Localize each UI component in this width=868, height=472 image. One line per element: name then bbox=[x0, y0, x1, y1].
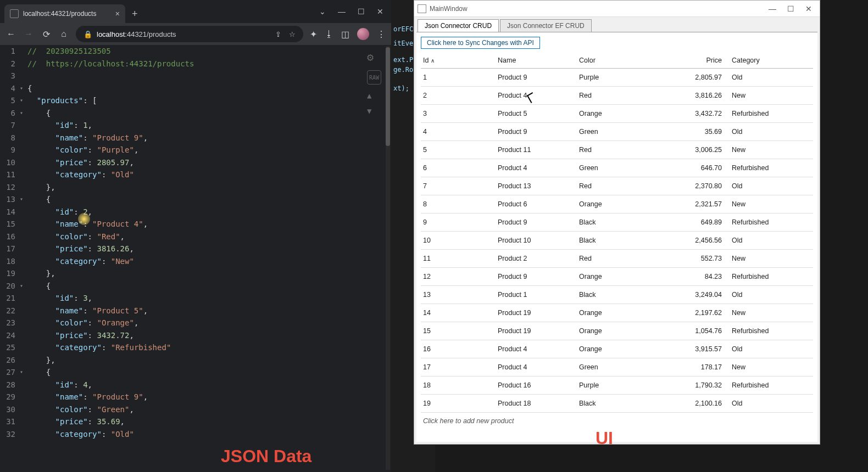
code-line[interactable]: 8 "name": "Product 9", bbox=[0, 132, 391, 144]
cell-name[interactable]: Product 19 bbox=[498, 309, 579, 317]
table-row[interactable]: 5Product 11Red3,006.25New bbox=[421, 141, 813, 159]
grid-header[interactable]: Id∧ Name Color Price Category bbox=[421, 52, 813, 69]
cell-price[interactable]: 1,054.76 bbox=[658, 327, 732, 335]
fold-icon[interactable] bbox=[20, 218, 27, 231]
reload-icon[interactable]: ⟳ bbox=[41, 29, 52, 40]
home-icon[interactable]: ⌂ bbox=[58, 29, 69, 39]
cell-price[interactable]: 2,370.80 bbox=[658, 182, 732, 190]
app-tab[interactable]: Json Connector EF CRUD bbox=[500, 19, 592, 32]
json-viewer[interactable]: ⚙ RAW ▲ ▼ 1// 202309251235052// https://… bbox=[0, 45, 391, 472]
cell-id[interactable]: 5 bbox=[421, 146, 498, 154]
cell-color[interactable]: Red bbox=[579, 146, 658, 154]
cell-price[interactable]: 552.73 bbox=[658, 255, 732, 262]
cell-color[interactable]: Orange bbox=[579, 200, 658, 208]
cell-name[interactable]: Product 16 bbox=[498, 381, 579, 389]
fold-icon[interactable]: ▾ bbox=[20, 193, 27, 206]
cell-price[interactable]: 2,100.16 bbox=[658, 400, 732, 407]
sync-button[interactable]: Click here to Sync Changes with API bbox=[421, 37, 540, 49]
cell-price[interactable]: 178.17 bbox=[658, 363, 732, 371]
table-row[interactable]: 19Product 18Black2,100.16Old bbox=[421, 395, 813, 413]
code-line[interactable]: 28 "id": 4, bbox=[0, 379, 391, 391]
cell-price[interactable]: 3,006.25 bbox=[658, 146, 732, 154]
cell-id[interactable]: 6 bbox=[421, 164, 498, 172]
fold-icon[interactable] bbox=[20, 329, 27, 342]
add-new-row[interactable]: Click here to add new product bbox=[421, 413, 813, 429]
fold-icon[interactable]: ▾ bbox=[20, 280, 27, 293]
cell-color[interactable]: Orange bbox=[579, 273, 658, 280]
fold-icon[interactable] bbox=[20, 267, 27, 280]
code-line[interactable]: 11 "category": "Old" bbox=[0, 168, 391, 181]
cell-color[interactable]: Black bbox=[579, 291, 658, 299]
cell-price[interactable]: 3,249.04 bbox=[658, 291, 732, 299]
code-line[interactable]: 15 "name": "Product 4", bbox=[0, 218, 391, 231]
code-line[interactable]: 31 "price": 35.69, bbox=[0, 415, 391, 428]
cell-id[interactable]: 1 bbox=[421, 74, 498, 81]
fold-icon[interactable] bbox=[20, 428, 27, 441]
fold-icon[interactable]: ▾ bbox=[20, 94, 27, 107]
cell-category[interactable]: Old bbox=[732, 400, 813, 407]
code-line[interactable]: 3 bbox=[0, 70, 391, 82]
code-line[interactable]: 18 "category": "New" bbox=[0, 255, 391, 268]
code-line[interactable]: 1// 20230925123505 bbox=[0, 45, 391, 58]
fold-icon[interactable] bbox=[20, 379, 27, 391]
cell-category[interactable]: Old bbox=[732, 182, 813, 190]
close-icon[interactable]: ✕ bbox=[805, 4, 812, 13]
cell-price[interactable]: 35.69 bbox=[658, 128, 732, 136]
cell-name[interactable]: Product 1 bbox=[498, 291, 579, 299]
cell-name[interactable]: Product 9 bbox=[498, 218, 579, 226]
fold-icon[interactable] bbox=[20, 168, 27, 181]
fold-icon[interactable] bbox=[20, 292, 27, 305]
code-line[interactable]: 24 "price": 3432.72, bbox=[0, 329, 391, 342]
scrollbar-thumb[interactable] bbox=[386, 47, 390, 146]
cell-category[interactable]: New bbox=[732, 363, 813, 371]
cell-color[interactable]: Green bbox=[579, 363, 658, 371]
code-line[interactable]: 30 "color": "Green", bbox=[0, 403, 391, 416]
cell-category[interactable]: Refurbished bbox=[732, 218, 813, 226]
close-icon[interactable]: ✕ bbox=[377, 7, 383, 16]
cell-category[interactable]: New bbox=[732, 309, 813, 317]
table-row[interactable]: 12Product 9Orange84.23Refurbished bbox=[421, 268, 813, 286]
cell-name[interactable]: Product 11 bbox=[498, 146, 579, 154]
fold-icon[interactable]: ▾ bbox=[20, 82, 27, 95]
cell-price[interactable]: 3,816.26 bbox=[658, 92, 732, 99]
cell-name[interactable]: Product 9 bbox=[498, 273, 579, 280]
cell-name[interactable]: Product 4 bbox=[498, 345, 579, 353]
menu-icon[interactable]: ⋮ bbox=[377, 29, 386, 40]
cell-name[interactable]: Product 10 bbox=[498, 237, 579, 244]
table-row[interactable]: 18Product 16Purple1,790.32Refurbished bbox=[421, 377, 813, 395]
cell-price[interactable]: 2,805.97 bbox=[658, 74, 732, 81]
cell-id[interactable]: 10 bbox=[421, 237, 498, 244]
maximize-icon[interactable]: ☐ bbox=[787, 4, 794, 13]
cell-category[interactable]: New bbox=[732, 200, 813, 208]
cell-color[interactable]: Purple bbox=[579, 381, 658, 389]
cell-price[interactable]: 646.70 bbox=[658, 164, 732, 172]
cell-name[interactable]: Product 13 bbox=[498, 182, 579, 190]
cell-color[interactable]: Red bbox=[579, 255, 658, 262]
cell-color[interactable]: Black bbox=[579, 218, 658, 226]
forward-icon[interactable]: → bbox=[23, 29, 34, 39]
col-header-category[interactable]: Category bbox=[732, 57, 813, 64]
fold-icon[interactable] bbox=[20, 58, 27, 70]
fold-icon[interactable] bbox=[20, 403, 27, 416]
code-line[interactable]: 7 "id": 1, bbox=[0, 119, 391, 132]
sidepanel-icon[interactable]: ◫ bbox=[341, 29, 349, 40]
cell-category[interactable]: New bbox=[732, 92, 813, 99]
code-line[interactable]: 9 "color": "Purple", bbox=[0, 144, 391, 156]
code-line[interactable]: 21 "id": 3, bbox=[0, 292, 391, 305]
cell-color[interactable]: Orange bbox=[579, 110, 658, 117]
back-icon[interactable]: ← bbox=[5, 29, 16, 39]
code-line[interactable]: 22 "name": "Product 5", bbox=[0, 305, 391, 317]
cell-color[interactable]: Orange bbox=[579, 327, 658, 335]
cell-category[interactable]: Refurbished bbox=[732, 273, 813, 280]
code-line[interactable]: 26 }, bbox=[0, 354, 391, 367]
cell-category[interactable]: Refurbished bbox=[732, 327, 813, 335]
code-line[interactable]: 14 "id": 2, bbox=[0, 206, 391, 218]
code-line[interactable]: 13▾ { bbox=[0, 193, 391, 206]
cell-category[interactable]: Refurbished bbox=[732, 110, 813, 117]
table-row[interactable]: 3Product 5Orange3,432.72Refurbished bbox=[421, 105, 813, 123]
table-row[interactable]: 10Product 10Black2,456.56Old bbox=[421, 232, 813, 250]
cell-category[interactable]: New bbox=[732, 146, 813, 154]
cell-color[interactable]: Green bbox=[579, 128, 658, 136]
cell-id[interactable]: 15 bbox=[421, 327, 498, 335]
cell-name[interactable]: Product 19 bbox=[498, 327, 579, 335]
